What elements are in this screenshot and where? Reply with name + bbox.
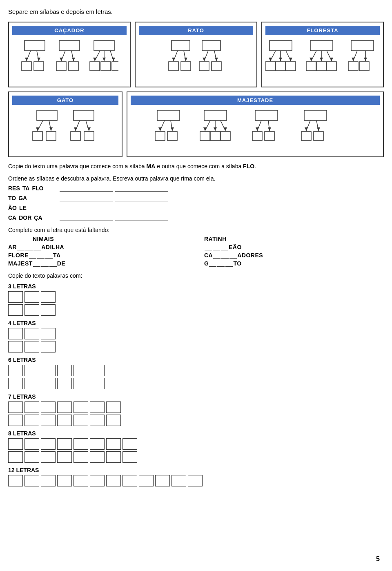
box-7l-r2-2[interactable] — [24, 415, 39, 426]
box-7l-r2-1[interactable] — [8, 415, 23, 426]
blank-2a[interactable] — [227, 236, 234, 242]
blank-7a[interactable] — [33, 261, 40, 267]
box-8l-r2-8[interactable] — [122, 451, 137, 463]
box-6l-r1-3[interactable] — [41, 365, 56, 376]
blank-7b[interactable] — [41, 261, 49, 267]
svg-marker-16 — [112, 58, 115, 61]
blank-6b[interactable] — [221, 253, 229, 259]
box-8l-r1-4[interactable] — [57, 438, 72, 450]
box-6l-r2-4[interactable] — [57, 378, 72, 389]
box-8l-r2-4[interactable] — [57, 451, 72, 463]
box-6l-r2-1[interactable] — [8, 378, 23, 389]
box-4l-r2-2[interactable] — [24, 341, 39, 352]
box-8l-r2-7[interactable] — [106, 451, 121, 463]
box-6l-r2-2[interactable] — [24, 378, 39, 389]
box-8l-r1-7[interactable] — [106, 438, 121, 450]
answer-line-3a[interactable] — [60, 204, 113, 211]
box-7l-r1-3[interactable] — [41, 401, 56, 413]
blank-1c[interactable] — [25, 236, 32, 242]
box-12l-r1-5[interactable] — [74, 475, 88, 486]
box-7l-r1-1[interactable] — [8, 401, 23, 413]
blank-8c[interactable] — [225, 261, 233, 267]
box-8l-r2-1[interactable] — [8, 451, 23, 463]
answer-line-4b[interactable] — [115, 214, 168, 221]
box-4l-r2-1[interactable] — [8, 341, 23, 352]
box-4l-r1-2[interactable] — [24, 328, 39, 339]
box-4l-r1-3[interactable] — [41, 328, 56, 339]
box-8l-r2-5[interactable] — [74, 451, 88, 463]
box-8l-r2-3[interactable] — [41, 451, 56, 463]
blank-8b[interactable] — [217, 261, 225, 267]
box-8l-r1-5[interactable] — [74, 438, 88, 450]
box-7l-r1-5[interactable] — [74, 401, 88, 413]
box-12l-r1-3[interactable] — [41, 475, 56, 486]
box-12l-r1-11[interactable] — [172, 475, 186, 486]
box-7l-r2-6[interactable] — [90, 415, 105, 426]
answer-line-2b[interactable] — [115, 194, 168, 201]
box-12l-r1-8[interactable] — [122, 475, 137, 486]
box-6l-r2-3[interactable] — [41, 378, 56, 389]
box-12l-r1-9[interactable] — [139, 475, 154, 486]
blank-2c[interactable] — [243, 236, 251, 242]
box-12l-r1-6[interactable] — [90, 475, 105, 486]
box-7l-r2-4[interactable] — [57, 415, 72, 426]
answer-line-3b[interactable] — [115, 204, 168, 211]
svg-marker-98 — [305, 127, 308, 131]
blank-3b[interactable] — [25, 245, 33, 250]
box-8l-r1-2[interactable] — [24, 438, 39, 450]
answer-line-1a[interactable] — [60, 184, 113, 192]
box-6l-r1-2[interactable] — [24, 365, 39, 376]
blank-5a[interactable] — [29, 253, 36, 259]
box-8l-r2-2[interactable] — [24, 451, 39, 463]
box-7l-r1-7[interactable] — [106, 401, 121, 413]
blank-4b[interactable] — [213, 245, 220, 250]
blank-8a[interactable] — [209, 261, 216, 267]
blank-3a[interactable] — [17, 245, 24, 250]
blank-4c[interactable] — [221, 245, 228, 250]
blank-5c[interactable] — [45, 253, 53, 259]
blank-5b[interactable] — [37, 253, 45, 259]
blank-1b[interactable] — [17, 236, 24, 242]
answer-line-2a[interactable] — [60, 194, 113, 201]
box-7l-r1-2[interactable] — [24, 401, 39, 413]
box-6l-r1-5[interactable] — [74, 365, 88, 376]
blank-1a[interactable] — [9, 236, 16, 242]
box-3l-r1-2[interactable] — [24, 291, 39, 303]
box-12l-r1-10[interactable] — [155, 475, 170, 486]
box-3l-r2-3[interactable] — [41, 304, 56, 316]
answer-line-4a[interactable] — [60, 214, 113, 221]
box-6l-r1-4[interactable] — [57, 365, 72, 376]
box-7l-r2-7[interactable] — [106, 415, 121, 426]
box-12l-r1-1[interactable] — [8, 475, 23, 486]
box-7l-r1-6[interactable] — [90, 401, 105, 413]
box-4l-r2-3[interactable] — [41, 341, 56, 352]
blank-6a[interactable] — [213, 253, 220, 259]
answer-line-1b[interactable] — [115, 184, 168, 192]
blank-7c[interactable] — [49, 261, 57, 267]
box-12l-r1-7[interactable] — [106, 475, 121, 486]
blank-3c[interactable] — [33, 245, 41, 250]
box-8l-r2-6[interactable] — [90, 451, 105, 463]
box-12l-r1-2[interactable] — [24, 475, 39, 486]
box-6l-r1-6[interactable] — [90, 365, 105, 376]
box-12l-r1-12[interactable] — [188, 475, 203, 486]
box-3l-r2-2[interactable] — [24, 304, 39, 316]
box-8l-r1-6[interactable] — [90, 438, 105, 450]
box-6l-r2-5[interactable] — [74, 378, 88, 389]
box-4l-r1-1[interactable] — [8, 328, 23, 339]
blank-6c[interactable] — [229, 253, 237, 259]
blank-4a[interactable] — [205, 245, 212, 250]
box-7l-r2-3[interactable] — [41, 415, 56, 426]
box-8l-r1-8[interactable] — [122, 438, 137, 450]
box-8l-r1-1[interactable] — [8, 438, 23, 450]
box-6l-r1-1[interactable] — [8, 365, 23, 376]
box-3l-r2-1[interactable] — [8, 304, 23, 316]
box-6l-r2-6[interactable] — [90, 378, 105, 389]
box-3l-r1-1[interactable] — [8, 291, 23, 303]
blank-2b[interactable] — [235, 236, 243, 242]
box-3l-r1-3[interactable] — [41, 291, 56, 303]
box-12l-r1-4[interactable] — [57, 475, 72, 486]
box-7l-r2-5[interactable] — [74, 415, 88, 426]
box-8l-r1-3[interactable] — [41, 438, 56, 450]
box-7l-r1-4[interactable] — [57, 401, 72, 413]
